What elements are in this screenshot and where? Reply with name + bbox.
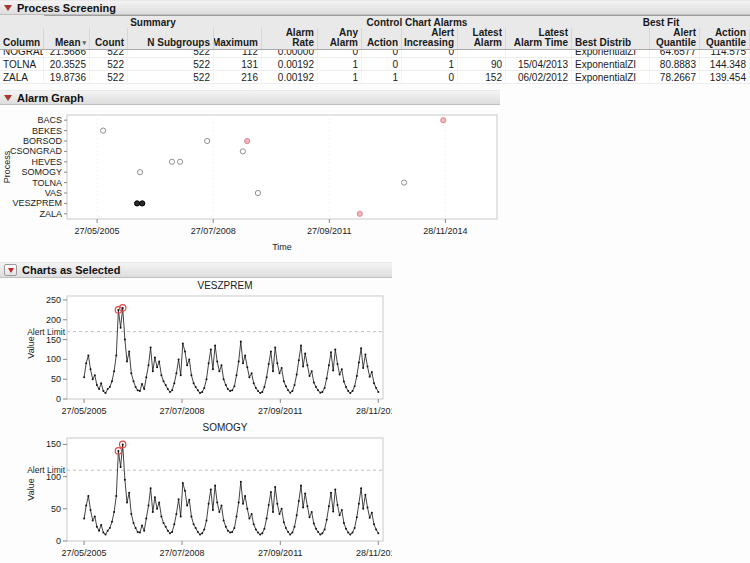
axis-text: 28/11/2014 <box>423 226 467 236</box>
table-cell: 0.00192 <box>262 58 318 70</box>
table-cell: 139.454 <box>700 71 750 83</box>
column-header-count[interactable]: Count <box>90 28 128 49</box>
table-cell: 80.8883 <box>650 58 700 70</box>
axis-text: SOMOGY <box>21 167 62 177</box>
table-row-tolna[interactable]: TOLNA20.35255225221310.001921019015/04/2… <box>0 58 750 71</box>
table-cell: ExponentialZI <box>572 50 650 57</box>
table-cell <box>458 50 506 57</box>
alarm-point-alert[interactable] <box>245 138 250 143</box>
table-cell: ZALA <box>0 71 44 83</box>
alarm-point-selected[interactable] <box>134 201 139 206</box>
table-cell: 20.3525 <box>44 58 90 70</box>
clipped-row-wrapper: NOGRAD21.56865225221120.00000000Exponent… <box>0 50 750 58</box>
column-header-n-subgroups[interactable]: N Subgroups <box>128 28 214 49</box>
table-cell: NOGRAD <box>0 50 44 57</box>
table-cell: 216 <box>214 71 262 83</box>
axis-text: BORSOD <box>23 136 63 146</box>
column-header-best-distrib[interactable]: Best Distrib <box>572 28 650 49</box>
column-header-alert-quantile[interactable]: Alert Quantile <box>650 28 700 49</box>
group-header-summary: Summary <box>44 15 262 28</box>
table-cell: TOLNA <box>0 58 44 70</box>
table-cell: 1 <box>318 58 362 70</box>
table-cell: 0 <box>362 58 402 70</box>
table-cell <box>506 50 572 57</box>
alarm-point-selected[interactable] <box>140 201 145 206</box>
table-row-zala[interactable]: ZALA19.87365225222160.0019211015206/02/2… <box>0 71 750 84</box>
axis-text: 27/05/2005 <box>75 226 120 236</box>
sort-caret-icon: ▾ <box>82 38 86 48</box>
axis-text: Value <box>26 336 36 358</box>
table-cell: 0 <box>362 50 402 57</box>
section-header-charts-as-selected[interactable]: Charts as Selected <box>0 262 392 278</box>
alarm-graph-plot: 27/05/200527/07/200827/09/201128/11/2014… <box>0 105 500 257</box>
axis-text: Value <box>26 478 36 500</box>
line-chart-plot: SOMOGY050100150ValueAlert Limit27/05/200… <box>0 422 392 563</box>
axis-text: Process <box>2 150 12 183</box>
axis-text: VAS <box>45 188 62 198</box>
table-cell: 1 <box>318 71 362 83</box>
axis-text: 200 <box>46 315 61 325</box>
table-cell: 152 <box>458 71 506 83</box>
axis-text: 27/05/2005 <box>62 548 107 558</box>
column-header-action[interactable]: Action <box>362 28 402 49</box>
column-header-latest-alarm-time[interactable]: Latest Alarm Time <box>506 28 572 49</box>
column-header-alert-increasing[interactable]: Alert Increasing <box>402 28 458 49</box>
table-cell: 144.348 <box>700 58 750 70</box>
red-triangle-menu-button[interactable] <box>4 264 17 276</box>
column-header-mean[interactable]: Mean▾ <box>44 28 90 49</box>
disclosure-triangle-icon[interactable] <box>4 5 12 11</box>
axis-text: 27/05/2005 <box>62 406 107 416</box>
section-header-alarm-graph[interactable]: Alarm Graph <box>0 90 500 105</box>
axis-text: HEVES <box>31 157 62 167</box>
axis-text: VESZPREM <box>12 198 62 208</box>
axis-text: 27/07/2008 <box>160 406 205 416</box>
alarm-point-alert[interactable] <box>357 211 362 216</box>
table-cell: ExponentialZI <box>572 58 650 70</box>
table-cell: 0 <box>402 71 458 83</box>
table-cell: 19.8736 <box>44 71 90 83</box>
disclosure-triangle-icon[interactable] <box>4 95 12 101</box>
table-cell: 0 <box>402 50 458 57</box>
table-cell: 64.6577 <box>650 50 700 57</box>
section-header-process-screening[interactable]: Process Screening <box>0 0 750 15</box>
chart-title: SOMOGY <box>202 422 247 433</box>
chart-veszprem: VESZPREM050100150200250ValueAlert Limit2… <box>0 280 392 425</box>
axis-text: 0 <box>56 394 61 404</box>
alarm-point-alert[interactable] <box>441 118 446 123</box>
chart-title: VESZPREM <box>197 280 252 291</box>
table-row-nograd[interactable]: NOGRAD21.56865225221120.00000000Exponent… <box>0 50 750 58</box>
line-chart-plot: VESZPREM050100150200250ValueAlert Limit2… <box>0 280 392 421</box>
table-cell: 522 <box>90 58 128 70</box>
axis-text: 28/11/2014 <box>356 406 392 416</box>
table-cell: 522 <box>128 71 214 83</box>
alert-limit-label: Alert Limit <box>27 465 65 475</box>
table-cell: 21.5686 <box>44 50 90 57</box>
table-cell: 522 <box>90 71 128 83</box>
table-cell: 522 <box>128 50 214 57</box>
table-cell: 0.00000 <box>262 50 318 57</box>
column-header-any-alarm[interactable]: Any Alarm <box>318 28 362 49</box>
axis-text: 28/11/2014 <box>356 548 392 558</box>
column-header-action-quantile[interactable]: Action Quantile <box>700 28 750 49</box>
column-header-latest-alarm[interactable]: Latest Alarm <box>458 28 506 49</box>
column-header-maximum[interactable]: Maximum <box>214 28 262 49</box>
table-cell: 112 <box>214 50 262 57</box>
axis-text: Time <box>272 242 292 252</box>
table-cell: 78.2667 <box>650 71 700 83</box>
table-cell: 131 <box>214 58 262 70</box>
column-header-alarm-rate[interactable]: Alarm Rate <box>262 28 318 49</box>
axis-text: 27/09/2011 <box>258 406 302 416</box>
axis-text: CSONGRAD <box>10 146 63 156</box>
group-header-blank <box>0 15 44 28</box>
table-cell: 0.00192 <box>262 71 318 83</box>
table-cell: 1 <box>362 71 402 83</box>
section-title-alarm-graph: Alarm Graph <box>17 92 84 104</box>
alarm-graph-chart: 27/05/200527/07/200827/09/201128/11/2014… <box>0 105 500 261</box>
table-cell: 1 <box>402 58 458 70</box>
column-header-column[interactable]: Column <box>0 28 44 49</box>
axis-text: 100 <box>46 354 61 364</box>
axis-text: ZALA <box>39 209 62 219</box>
table-cell: 522 <box>90 50 128 57</box>
axis-text: 50 <box>51 504 61 514</box>
screening-table[interactable]: SummaryControl Chart AlarmsBest FitColum… <box>0 15 750 84</box>
